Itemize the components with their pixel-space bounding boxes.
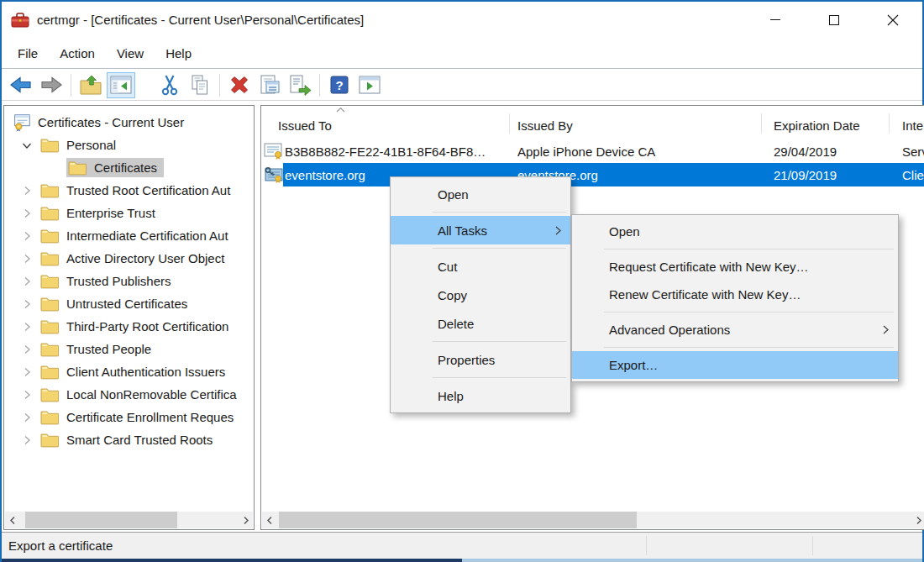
bottom-edge-dark: [2, 559, 462, 562]
scroll-right-icon[interactable]: [911, 512, 924, 528]
properties-button[interactable]: [255, 72, 284, 98]
tree-item-trusted-root-certification-aut[interactable]: Trusted Root Certification Aut: [5, 179, 253, 202]
tree-item-untrusted-certificates[interactable]: Untrusted Certificates: [5, 292, 253, 315]
tree-item-certificate-enrollment-reques[interactable]: Certificate Enrollment Reques: [5, 406, 253, 428]
chevron-right-icon[interactable]: [15, 183, 39, 198]
tree-item-label: Untrusted Certificates: [66, 297, 187, 311]
scroll-left-icon[interactable]: [5, 512, 19, 528]
close-button[interactable]: [864, 2, 922, 38]
menu-item-all-tasks[interactable]: All Tasks: [391, 216, 570, 244]
forward-button[interactable]: [37, 72, 66, 98]
window-controls: [746, 2, 922, 38]
chevron-right-icon[interactable]: [15, 342, 39, 357]
menu-item-delete[interactable]: Delete: [391, 309, 570, 338]
column-header-issued-by[interactable]: Issued By: [509, 106, 761, 139]
menu-item-label: Properties: [438, 353, 495, 367]
chevron-right-icon[interactable]: [15, 387, 39, 402]
minimize-button[interactable]: [746, 2, 805, 38]
tree-item-trusted-publishers[interactable]: Trusted Publishers: [5, 270, 253, 292]
column-header-issued-to[interactable]: Issued To: [261, 106, 509, 139]
chevron-right-icon[interactable]: [15, 297, 39, 312]
menu-item-label: Open: [438, 187, 469, 202]
chevron-right-icon[interactable]: [15, 206, 39, 221]
certificate-row[interactable]: B3B8B882-FE22-41B1-8F64-BF8…Apple iPhone…: [261, 139, 924, 163]
tree-item-certificates-current-user[interactable]: Certificates - Current User: [5, 111, 253, 134]
column-header-label: Expiration Date: [774, 118, 860, 133]
tree-horizontal-scrollbar[interactable]: [5, 512, 253, 528]
tree-item-client-authentication-issuers[interactable]: Client Authentication Issuers: [5, 360, 253, 383]
menu-item-renew-certificate-with-new-key[interactable]: Renew Certificate with New Key…: [572, 281, 898, 308]
menu-item-copy[interactable]: Copy: [391, 281, 570, 309]
submenu-arrow-icon: [882, 324, 890, 335]
tree-item-label: Trusted Publishers: [66, 274, 171, 288]
menu-item-label: Renew Certificate with New Key…: [609, 287, 801, 302]
chevron-right-icon[interactable]: [15, 228, 39, 244]
tree-item-label: Certificates: [94, 160, 157, 175]
list-horizontal-scrollbar[interactable]: [262, 512, 924, 528]
column-divider[interactable]: [509, 113, 510, 134]
menu-view[interactable]: View: [106, 41, 155, 66]
cut-button[interactable]: [155, 72, 184, 98]
scroll-right-icon[interactable]: [239, 512, 253, 528]
sort-asc-icon: [335, 107, 346, 113]
menu-item-advanced-operations[interactable]: Advanced Operations: [572, 316, 898, 344]
tree-item-certificates[interactable]: Certificates: [5, 156, 253, 179]
tree-item-enterprise-trust[interactable]: Enterprise Trust: [5, 202, 253, 224]
chevron-right-icon[interactable]: [15, 274, 39, 289]
column-header-inte[interactable]: Inte: [889, 106, 924, 139]
back-button[interactable]: [7, 72, 35, 98]
tree-item-content: Client Authentication Issuers: [39, 362, 232, 381]
chevron-right-icon[interactable]: [15, 365, 39, 380]
chevron-right-icon[interactable]: [15, 433, 39, 448]
column-header-expiration-date[interactable]: Expiration Date: [761, 106, 889, 139]
chevron-right-icon[interactable]: [15, 319, 39, 334]
folder-icon: [40, 386, 60, 402]
chevron-right-icon[interactable]: [15, 410, 39, 425]
menu-item-open[interactable]: Open: [572, 218, 898, 245]
tree-item-intermediate-certification-aut[interactable]: Intermediate Certification Aut: [5, 224, 253, 247]
toolbar-separator: [71, 74, 71, 97]
tree-item-active-directory-user-object[interactable]: Active Directory User Object: [5, 247, 253, 270]
tree-item-personal[interactable]: Personal: [5, 134, 253, 156]
help-button[interactable]: ?: [325, 72, 354, 98]
menu-file[interactable]: File: [7, 41, 49, 66]
chevron-down-icon[interactable]: [15, 138, 39, 153]
tree-item-trusted-people[interactable]: Trusted People: [5, 338, 253, 360]
console-tree-panel: Certificates - Current UserPersonalCerti…: [3, 105, 255, 530]
menu-action[interactable]: Action: [49, 41, 106, 66]
chevron-right-icon[interactable]: [15, 251, 39, 266]
tree-item-label: Intermediate Certification Aut: [66, 228, 228, 243]
certificate-row[interactable]: eventstore.orgeventstore.org21/09/2019Cl…: [261, 163, 924, 186]
maximize-button[interactable]: [805, 2, 864, 38]
tree-item-label: Local NonRemovable Certifica: [66, 387, 237, 402]
copy-button[interactable]: [186, 72, 214, 98]
up-one-level-button[interactable]: [76, 72, 105, 98]
tree-item-smart-card-trusted-roots[interactable]: Smart Card Trusted Roots: [5, 428, 253, 451]
menu-item-request-certificate-with-new-key[interactable]: Request Certificate with New Key…: [572, 253, 898, 281]
tree-item-content: Certificate Enrollment Reques: [39, 407, 240, 427]
menu-item-export[interactable]: Export…: [572, 351, 898, 379]
menu-item-label: Help: [438, 389, 464, 403]
tree-item-label: Personal: [66, 138, 116, 152]
show-console-tree-button[interactable]: [107, 72, 135, 98]
list-scrollbar-thumb[interactable]: [279, 512, 637, 528]
export-list-button[interactable]: [286, 72, 314, 98]
menu-item-properties[interactable]: Properties: [391, 345, 570, 374]
tree-item-local-nonremovable-certifica[interactable]: Local NonRemovable Certifica: [5, 383, 253, 406]
tree-scrollbar-thumb[interactable]: [25, 512, 177, 528]
tree-item-label: Certificates - Current User: [38, 115, 184, 129]
menu-item-help[interactable]: Help: [391, 381, 570, 410]
show-action-pane-button[interactable]: [355, 72, 384, 98]
tree-item-third-party-root-certification[interactable]: Third-Party Root Certification: [5, 315, 253, 338]
column-divider[interactable]: [889, 113, 890, 134]
tree-item-content: Active Directory User Object: [39, 249, 231, 268]
menu-item-open[interactable]: Open: [391, 180, 570, 208]
column-header-label: Inte: [902, 118, 923, 133]
title-bar: certmgr - [Certificates - Current User\P…: [2, 2, 922, 38]
menu-item-cut[interactable]: Cut: [391, 252, 570, 281]
scroll-left-icon[interactable]: [262, 512, 276, 528]
column-divider[interactable]: [761, 113, 762, 134]
delete-button[interactable]: [225, 72, 254, 98]
menu-item-label: Delete: [438, 317, 474, 331]
menu-help[interactable]: Help: [155, 41, 202, 66]
